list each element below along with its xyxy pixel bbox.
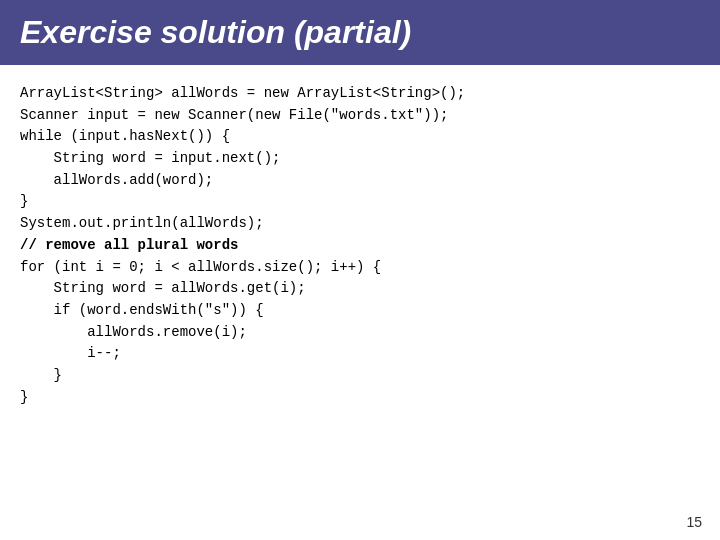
code-line: if (word.endsWith("s")) { xyxy=(20,300,700,322)
code-line: String word = input.next(); xyxy=(20,148,700,170)
code-block: ArrayList<String> allWords = new ArrayLi… xyxy=(0,83,720,408)
slide-title: Exercise solution (partial) xyxy=(20,14,411,50)
code-line: } xyxy=(20,387,700,409)
code-line: String word = allWords.get(i); xyxy=(20,278,700,300)
code-line: while (input.hasNext()) { xyxy=(20,126,700,148)
code-line: i--; xyxy=(20,343,700,365)
title-bar: Exercise solution (partial) xyxy=(0,0,720,65)
code-line: allWords.remove(i); xyxy=(20,322,700,344)
code-line: for (int i = 0; i < allWords.size(); i++… xyxy=(20,257,700,279)
code-line: Scanner input = new Scanner(new File("wo… xyxy=(20,105,700,127)
code-line: } xyxy=(20,191,700,213)
slide-number: 15 xyxy=(686,514,702,530)
slide: Exercise solution (partial) ArrayList<St… xyxy=(0,0,720,540)
code-line: } xyxy=(20,365,700,387)
code-line: System.out.println(allWords); xyxy=(20,213,700,235)
code-line: ArrayList<String> allWords = new ArrayLi… xyxy=(20,83,700,105)
code-line: // remove all plural words xyxy=(20,235,700,257)
code-line: allWords.add(word); xyxy=(20,170,700,192)
